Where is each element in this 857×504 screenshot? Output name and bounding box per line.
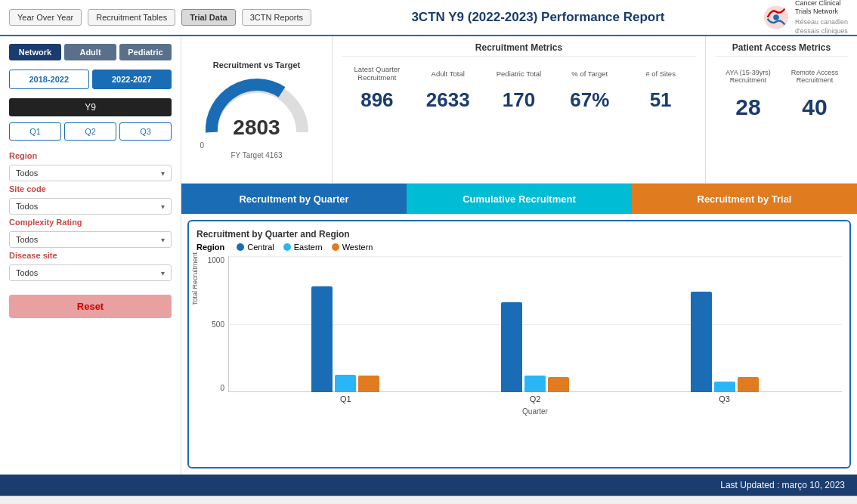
tab-recruitment-by-quarter[interactable]: Recruitment by Quarter — [181, 184, 407, 214]
metric-adult-total-header: Adult Total — [413, 63, 484, 84]
gauge-section: Recruitment vs Target 2803 0 — [181, 36, 333, 183]
q1-bar-group — [311, 286, 379, 392]
gauge-title: Recruitment vs Target — [213, 60, 300, 70]
fy-label: Y9 — [9, 98, 172, 116]
region-chevron-icon: ▾ — [161, 169, 165, 178]
legend-region-label: Region — [196, 243, 224, 252]
metric-num-sites-value: 51 — [625, 88, 696, 112]
nav-trial-data[interactable]: Trial Data — [181, 9, 236, 26]
legend-eastern: Eastern — [283, 243, 323, 252]
metric-aya-value: 28 — [715, 94, 781, 120]
sitecode-filter-select[interactable]: Todos ▾ — [9, 198, 172, 215]
view-adult-button[interactable]: Adult — [64, 44, 116, 60]
metric-adult-total: Adult Total 2633 — [413, 63, 484, 112]
sitecode-filter-label: Site code — [9, 184, 172, 193]
metrics-columns: Latest Quarter Recruitment 896 Adult Tot… — [342, 63, 696, 112]
q2-western-bar — [548, 377, 569, 392]
central-legend-dot — [237, 243, 244, 251]
x-axis-title: Quarter — [228, 407, 842, 416]
year-toggle-group: 2018-2022 2022-2027 — [9, 70, 172, 89]
chart-title: Recruitment by Quarter and Region — [196, 229, 842, 240]
q1-eastern-bar — [335, 375, 356, 392]
bar-chart: Total Recruitment 1000 500 0 — [196, 256, 842, 422]
chart-body: Q1 Q2 Q3 Quarter — [228, 256, 842, 422]
x-label-q2: Q2 — [530, 394, 541, 404]
metric-aya-header: AYA (15-39yrs) Recruitment — [715, 63, 781, 90]
disease-filter-label: Disease site — [9, 251, 172, 260]
metric-pediatric-total-header: Pediatric Total — [484, 63, 555, 84]
metric-latest-quarter: Latest Quarter Recruitment 896 — [342, 63, 413, 112]
quarter-q1-button[interactable]: Q1 — [9, 122, 61, 141]
tab-recruitment-by-trial[interactable]: Recruitment by Trial — [632, 184, 857, 214]
content-area: Recruitment vs Target 2803 0 — [181, 36, 857, 475]
region-filter-select[interactable]: Todos ▾ — [9, 165, 172, 181]
x-label-q1: Q1 — [340, 394, 351, 404]
view-pediatric-button[interactable]: Pediatric — [119, 44, 172, 60]
x-labels: Q1 Q2 Q3 — [228, 394, 842, 404]
quarter-toggle-group: Q1 Q2 Q3 — [9, 122, 172, 141]
nav-recruitment-tables[interactable]: Recruitment Tables — [88, 9, 175, 26]
view-network-button[interactable]: Network — [9, 44, 61, 60]
eastern-legend-dot — [283, 243, 291, 251]
year-2022-2027-button[interactable]: 2022-2027 — [92, 70, 172, 89]
nav-3ctn-reports[interactable]: 3CTN Reports — [242, 9, 311, 26]
main-layout: Network Adult Pediatric 2018-2022 2022-2… — [0, 36, 857, 475]
y-label-1000: 1000 — [208, 256, 224, 264]
page-title: 3CTN Y9 (2022-2023) Performance Report — [314, 10, 762, 25]
recruitment-metrics-section: Recruitment Metrics Latest Quarter Recru… — [333, 36, 706, 183]
last-updated-label: Last Updated : — [720, 480, 779, 490]
quarter-q2-button[interactable]: Q2 — [64, 122, 116, 141]
q3-central-bar — [691, 292, 712, 392]
eastern-legend-label: Eastern — [294, 243, 323, 252]
gauge-labels: 0 — [200, 141, 314, 150]
complexity-filter-select[interactable]: Todos ▾ — [9, 231, 172, 248]
last-updated-date: março 10, 2023 — [782, 480, 845, 490]
legend-western: Western — [332, 243, 373, 252]
patient-access-metrics-section: Patient Access Metrics AYA (15-39yrs) Re… — [706, 36, 857, 183]
y-axis-title: Total Recruitment — [191, 252, 199, 305]
metric-remote-access: Remote Access Recruitment 40 — [781, 63, 848, 120]
complexity-chevron-icon: ▾ — [161, 236, 165, 244]
recruitment-metrics-title: Recruitment Metrics — [342, 42, 696, 57]
tab-cumulative-recruitment[interactable]: Cumulative Recruitment — [407, 184, 632, 214]
metric-pct-target-header: % of Target — [554, 63, 625, 84]
q3-western-bar — [738, 377, 759, 392]
fy-target-label: FY Target 4163 — [230, 151, 282, 159]
year-2018-2022-button[interactable]: 2018-2022 — [9, 70, 89, 89]
western-legend-label: Western — [342, 243, 373, 252]
sidebar: Network Adult Pediatric 2018-2022 2022-2… — [0, 36, 181, 475]
quarter-q3-button[interactable]: Q3 — [119, 122, 172, 141]
y-label-500: 500 — [212, 320, 224, 329]
gauge-value: 2803 — [200, 116, 314, 140]
ctn-logo-icon — [762, 3, 790, 32]
reset-button[interactable]: Reset — [9, 295, 172, 318]
disease-filter-select[interactable]: Todos ▾ — [9, 264, 172, 281]
patient-metrics-columns: AYA (15-39yrs) Recruitment 28 Remote Acc… — [715, 63, 848, 120]
y-label-0: 0 — [220, 384, 224, 392]
central-legend-label: Central — [247, 243, 274, 252]
metric-num-sites: # of Sites 51 — [625, 63, 696, 112]
footer-bar: Microsoft Power BI ‹ 1 de 7 › – + 84% ⛶ — [0, 496, 857, 504]
legend-central: Central — [237, 243, 274, 252]
chart-legend: Region Central Eastern Western — [196, 243, 842, 252]
q2-bar-group — [501, 302, 569, 392]
q1-western-bar — [358, 376, 379, 392]
q1-central-bar — [311, 286, 333, 392]
metric-adult-total-value: 2633 — [413, 88, 484, 112]
metric-num-sites-header: # of Sites — [625, 63, 696, 84]
metric-aya: AYA (15-39yrs) Recruitment 28 — [715, 63, 781, 120]
q3-eastern-bar — [714, 382, 735, 392]
patient-metrics-title: Patient Access Metrics — [715, 42, 848, 57]
metrics-row: Recruitment vs Target 2803 0 — [181, 36, 857, 184]
tabs-row: Recruitment by Quarter Cumulative Recrui… — [181, 184, 857, 214]
metric-latest-quarter-header: Latest Quarter Recruitment — [342, 63, 413, 84]
x-label-q3: Q3 — [719, 394, 730, 404]
gauge-min: 0 — [200, 141, 205, 150]
status-bar: Last Updated : março 10, 2023 — [0, 475, 857, 496]
nav-year-over-year[interactable]: Year Over Year — [9, 9, 82, 26]
metric-pediatric-total-value: 170 — [484, 88, 555, 112]
q3-bar-group — [691, 292, 759, 392]
metric-remote-access-header: Remote Access Recruitment — [781, 63, 848, 90]
metric-remote-access-value: 40 — [781, 94, 848, 120]
svg-point-0 — [773, 14, 779, 20]
